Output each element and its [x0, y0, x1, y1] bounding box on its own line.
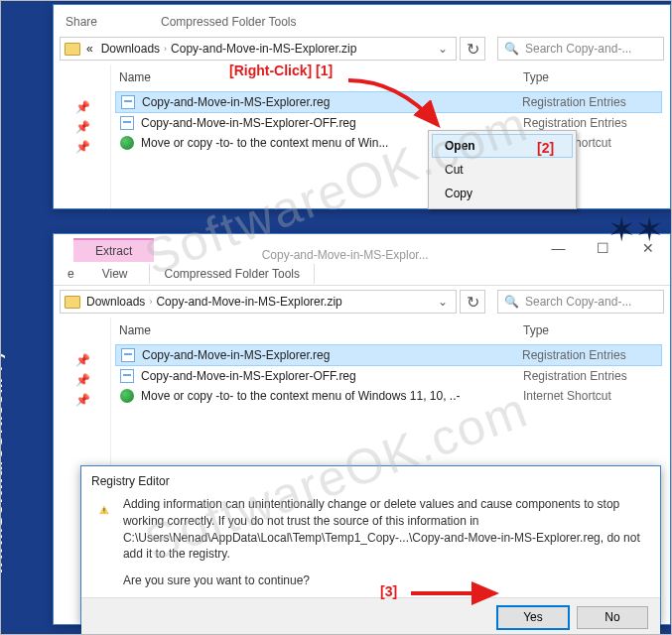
breadcrumb-zip[interactable]: Copy-and-Move-in-MS-Explorer.zip: [156, 295, 341, 309]
breadcrumb[interactable]: « Downloads › Copy-and-Move-in-MS-Explor…: [60, 37, 457, 61]
decorative-figure: ✶✶: [607, 209, 663, 249]
pin-icon: 📌: [75, 393, 110, 407]
window-title: Copy-and-Move-in-MS-Explor...: [154, 248, 536, 262]
pin-icon: 📌: [75, 140, 110, 154]
arrow-annotation-1: [338, 70, 458, 140]
globe-icon: [119, 135, 135, 151]
globe-icon: [119, 388, 135, 404]
navigation-pane: 📌 📌 📌: [54, 64, 111, 208]
no-button[interactable]: No: [577, 606, 648, 629]
breadcrumb-downloads[interactable]: Downloads: [101, 42, 160, 56]
file-type: Registration Entries: [522, 348, 661, 362]
registry-dialog: Registry Editor Adding information can u…: [80, 465, 661, 624]
file-row[interactable]: Copy-and-Move-in-MS-Explorer-OFF.reg Reg…: [115, 366, 662, 386]
context-menu: Open Cut Copy: [428, 130, 577, 209]
reg-icon: [120, 94, 136, 110]
file-row[interactable]: Move or copy -to- to the context menu of…: [115, 386, 662, 406]
breadcrumb[interactable]: Downloads › Copy-and-Move-in-MS-Explorer…: [60, 290, 457, 314]
header-name[interactable]: Name: [115, 323, 523, 337]
reg-icon: [120, 347, 136, 363]
address-bar: Downloads › Copy-and-Move-in-MS-Explorer…: [54, 286, 670, 318]
chevron-down-icon[interactable]: ⌄: [434, 42, 452, 56]
file-type: Internet Shortcut: [523, 389, 662, 403]
chevron-down-icon[interactable]: ⌄: [434, 295, 452, 309]
pin-icon: 📌: [75, 353, 110, 367]
ctx-copy[interactable]: Copy: [432, 182, 573, 205]
search-input[interactable]: 🔍 Search Copy-and-...: [497, 37, 664, 61]
file-name: Copy-and-Move-in-MS-Explorer.reg: [142, 95, 522, 109]
ribbon-context-extract[interactable]: Extract: [73, 238, 154, 262]
file-name: Copy-and-Move-in-MS-Explorer-OFF.reg: [141, 116, 523, 130]
refresh-button[interactable]: ↻: [460, 37, 485, 61]
address-bar: « Downloads › Copy-and-Move-in-MS-Explor…: [54, 33, 670, 64]
dialog-message: Adding information can unintentionally c…: [123, 496, 648, 563]
ribbon-item[interactable]: e: [54, 267, 88, 281]
folder-icon: [65, 43, 80, 56]
arrow-annotation-3: [406, 581, 505, 605]
pin-icon: 📌: [75, 373, 110, 387]
annotation-two: [2]: [537, 140, 554, 156]
svg-rect-1: [103, 508, 104, 511]
file-name: Copy-and-Move-in-MS-Explorer-OFF.reg: [141, 369, 523, 383]
yes-button[interactable]: Yes: [497, 606, 569, 629]
search-placeholder: Search Copy-and-...: [525, 42, 631, 56]
chevron-right-icon: ›: [149, 297, 152, 307]
file-type: Registration Entries: [523, 369, 662, 383]
pin-icon: 📌: [75, 120, 110, 134]
dialog-title: Registry Editor: [81, 466, 660, 492]
file-type: Registration Entries: [522, 95, 661, 109]
annotation-three: [3]: [380, 583, 397, 599]
pin-icon: 📌: [75, 100, 110, 114]
header-type[interactable]: Type: [523, 323, 662, 337]
search-icon: 🔍: [504, 42, 519, 56]
breadcrumb-prefix: «: [86, 42, 93, 56]
chevron-right-icon: ›: [164, 44, 167, 54]
search-input[interactable]: 🔍 Search Copy-and-...: [497, 290, 664, 314]
file-name: Move or copy -to- to the context menu of…: [141, 389, 523, 403]
ctx-cut[interactable]: Cut: [432, 158, 573, 182]
ribbon-tab-share[interactable]: Share: [54, 11, 109, 33]
file-type: Registration Entries: [523, 116, 662, 130]
side-watermark: www.SoftwareOK.com :-): [0, 352, 7, 574]
file-name: Copy-and-Move-in-MS-Explorer.reg: [142, 348, 522, 362]
warning-icon: [99, 496, 109, 524]
breadcrumb-zip[interactable]: Copy-and-Move-in-MS-Explorer.zip: [171, 42, 356, 56]
reg-icon: [119, 368, 135, 384]
ribbon-item-tools[interactable]: Compressed Folder Tools: [149, 264, 315, 284]
ribbon-item-view[interactable]: View: [88, 267, 142, 281]
svg-rect-2: [103, 512, 104, 513]
search-placeholder: Search Copy-and-...: [525, 295, 631, 309]
minimize-button[interactable]: —: [536, 234, 581, 262]
header-type[interactable]: Type: [523, 70, 662, 84]
file-row[interactable]: Copy-and-Move-in-MS-Explorer.reg Registr…: [115, 344, 662, 366]
refresh-button[interactable]: ↻: [460, 290, 485, 314]
list-header: Name Type: [115, 318, 662, 344]
folder-icon: [65, 296, 80, 309]
breadcrumb-downloads[interactable]: Downloads: [86, 295, 145, 309]
ribbon-tab-folder-tools[interactable]: Compressed Folder Tools: [149, 11, 309, 33]
annotation-right-click: [Right-Click] [1]: [229, 63, 333, 78]
search-icon: 🔍: [504, 295, 519, 309]
reg-icon: [119, 115, 135, 131]
